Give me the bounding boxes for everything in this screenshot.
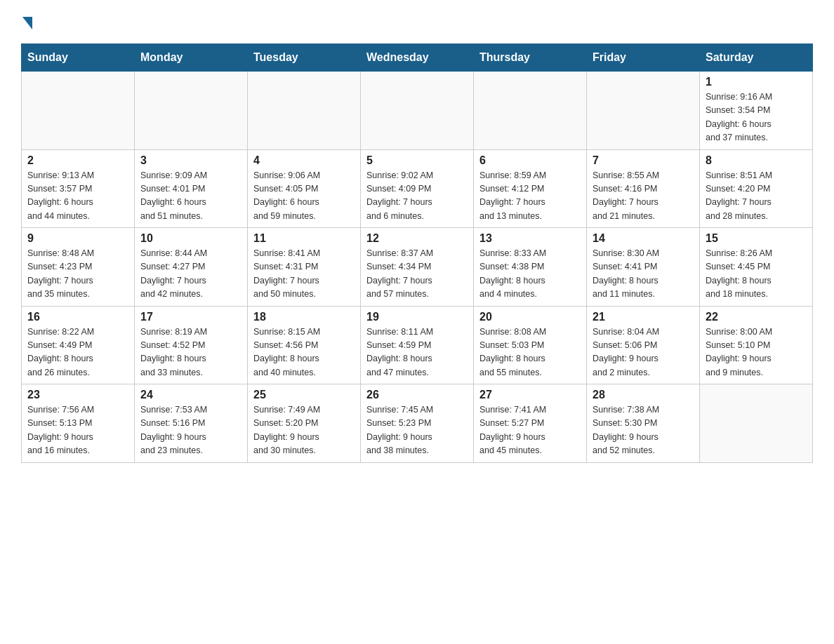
day-number: 22 bbox=[706, 311, 807, 323]
calendar-cell bbox=[248, 72, 361, 150]
weekday-header-wednesday: Wednesday bbox=[361, 44, 474, 72]
day-number: 11 bbox=[253, 232, 355, 245]
calendar-cell: 17Sunrise: 8:19 AM Sunset: 4:52 PM Dayli… bbox=[135, 306, 248, 384]
day-info: Sunrise: 8:51 AM Sunset: 4:20 PM Dayligh… bbox=[706, 169, 807, 224]
calendar-week-row: 1Sunrise: 9:16 AM Sunset: 3:54 PM Daylig… bbox=[22, 72, 813, 150]
calendar-cell: 2Sunrise: 9:13 AM Sunset: 3:57 PM Daylig… bbox=[22, 149, 135, 228]
weekday-header-friday: Friday bbox=[587, 44, 700, 72]
page-header bbox=[21, 14, 813, 29]
day-number: 28 bbox=[593, 389, 694, 401]
day-info: Sunrise: 7:53 AM Sunset: 5:16 PM Dayligh… bbox=[140, 403, 241, 458]
calendar-cell: 27Sunrise: 7:41 AM Sunset: 5:27 PM Dayli… bbox=[474, 384, 587, 463]
calendar-cell: 9Sunrise: 8:48 AM Sunset: 4:23 PM Daylig… bbox=[22, 228, 135, 307]
day-info: Sunrise: 9:16 AM Sunset: 3:54 PM Dayligh… bbox=[706, 90, 807, 145]
calendar-cell: 26Sunrise: 7:45 AM Sunset: 5:23 PM Dayli… bbox=[361, 384, 474, 463]
day-info: Sunrise: 8:37 AM Sunset: 4:34 PM Dayligh… bbox=[366, 247, 468, 302]
calendar-cell bbox=[700, 384, 813, 463]
day-info: Sunrise: 9:02 AM Sunset: 4:09 PM Dayligh… bbox=[366, 169, 468, 224]
calendar-cell bbox=[587, 72, 700, 150]
day-number: 1 bbox=[706, 76, 807, 88]
calendar-cell: 28Sunrise: 7:38 AM Sunset: 5:30 PM Dayli… bbox=[587, 384, 700, 463]
day-number: 26 bbox=[366, 389, 468, 401]
weekday-header-tuesday: Tuesday bbox=[248, 44, 361, 72]
calendar-cell: 7Sunrise: 8:55 AM Sunset: 4:16 PM Daylig… bbox=[587, 149, 700, 228]
day-info: Sunrise: 7:45 AM Sunset: 5:23 PM Dayligh… bbox=[366, 403, 468, 458]
weekday-header-row: SundayMondayTuesdayWednesdayThursdayFrid… bbox=[22, 44, 813, 72]
day-info: Sunrise: 8:00 AM Sunset: 5:10 PM Dayligh… bbox=[706, 326, 807, 380]
day-number: 17 bbox=[140, 311, 241, 323]
day-info: Sunrise: 8:30 AM Sunset: 4:41 PM Dayligh… bbox=[593, 247, 694, 302]
calendar-cell: 21Sunrise: 8:04 AM Sunset: 5:06 PM Dayli… bbox=[587, 306, 700, 384]
calendar-cell: 12Sunrise: 8:37 AM Sunset: 4:34 PM Dayli… bbox=[361, 228, 474, 307]
calendar-cell: 10Sunrise: 8:44 AM Sunset: 4:27 PM Dayli… bbox=[135, 228, 248, 307]
day-number: 4 bbox=[253, 154, 355, 167]
calendar-cell: 1Sunrise: 9:16 AM Sunset: 3:54 PM Daylig… bbox=[700, 72, 813, 150]
day-info: Sunrise: 8:15 AM Sunset: 4:56 PM Dayligh… bbox=[253, 326, 355, 380]
day-info: Sunrise: 7:49 AM Sunset: 5:20 PM Dayligh… bbox=[253, 403, 355, 458]
day-number: 20 bbox=[479, 311, 581, 323]
logo bbox=[21, 14, 32, 29]
day-info: Sunrise: 7:56 AM Sunset: 5:13 PM Dayligh… bbox=[27, 403, 128, 458]
calendar-cell: 5Sunrise: 9:02 AM Sunset: 4:09 PM Daylig… bbox=[361, 149, 474, 228]
day-info: Sunrise: 9:06 AM Sunset: 4:05 PM Dayligh… bbox=[253, 169, 355, 224]
day-number: 13 bbox=[479, 232, 581, 245]
day-info: Sunrise: 9:13 AM Sunset: 3:57 PM Dayligh… bbox=[27, 169, 128, 224]
day-info: Sunrise: 7:38 AM Sunset: 5:30 PM Dayligh… bbox=[593, 403, 694, 458]
day-number: 14 bbox=[593, 232, 694, 245]
calendar-cell: 6Sunrise: 8:59 AM Sunset: 4:12 PM Daylig… bbox=[474, 149, 587, 228]
day-number: 15 bbox=[706, 232, 807, 245]
day-number: 2 bbox=[27, 154, 128, 167]
calendar-week-row: 16Sunrise: 8:22 AM Sunset: 4:49 PM Dayli… bbox=[22, 306, 813, 384]
day-info: Sunrise: 8:22 AM Sunset: 4:49 PM Dayligh… bbox=[27, 326, 128, 380]
day-info: Sunrise: 8:04 AM Sunset: 5:06 PM Dayligh… bbox=[593, 326, 694, 380]
calendar-cell: 15Sunrise: 8:26 AM Sunset: 4:45 PM Dayli… bbox=[700, 228, 813, 307]
calendar-cell bbox=[135, 72, 248, 150]
calendar-cell: 3Sunrise: 9:09 AM Sunset: 4:01 PM Daylig… bbox=[135, 149, 248, 228]
day-number: 16 bbox=[27, 311, 128, 323]
calendar-cell: 11Sunrise: 8:41 AM Sunset: 4:31 PM Dayli… bbox=[248, 228, 361, 307]
logo-arrow-icon bbox=[22, 17, 32, 29]
day-info: Sunrise: 8:11 AM Sunset: 4:59 PM Dayligh… bbox=[366, 326, 468, 380]
calendar-cell: 22Sunrise: 8:00 AM Sunset: 5:10 PM Dayli… bbox=[700, 306, 813, 384]
day-number: 24 bbox=[140, 389, 241, 401]
weekday-header-saturday: Saturday bbox=[700, 44, 813, 72]
day-number: 6 bbox=[479, 154, 581, 167]
calendar-week-row: 9Sunrise: 8:48 AM Sunset: 4:23 PM Daylig… bbox=[22, 228, 813, 307]
day-info: Sunrise: 8:19 AM Sunset: 4:52 PM Dayligh… bbox=[140, 326, 241, 380]
calendar-table: SundayMondayTuesdayWednesdayThursdayFrid… bbox=[21, 43, 813, 463]
weekday-header-thursday: Thursday bbox=[474, 44, 587, 72]
day-info: Sunrise: 8:55 AM Sunset: 4:16 PM Dayligh… bbox=[593, 169, 694, 224]
calendar-cell: 8Sunrise: 8:51 AM Sunset: 4:20 PM Daylig… bbox=[700, 149, 813, 228]
day-info: Sunrise: 8:44 AM Sunset: 4:27 PM Dayligh… bbox=[140, 247, 241, 302]
day-number: 27 bbox=[479, 389, 581, 401]
day-number: 23 bbox=[27, 389, 128, 401]
calendar-cell: 23Sunrise: 7:56 AM Sunset: 5:13 PM Dayli… bbox=[22, 384, 135, 463]
day-info: Sunrise: 8:33 AM Sunset: 4:38 PM Dayligh… bbox=[479, 247, 581, 302]
calendar-cell: 14Sunrise: 8:30 AM Sunset: 4:41 PM Dayli… bbox=[587, 228, 700, 307]
day-number: 25 bbox=[253, 389, 355, 401]
day-info: Sunrise: 8:41 AM Sunset: 4:31 PM Dayligh… bbox=[253, 247, 355, 302]
calendar-cell bbox=[474, 72, 587, 150]
calendar-cell: 20Sunrise: 8:08 AM Sunset: 5:03 PM Dayli… bbox=[474, 306, 587, 384]
day-number: 9 bbox=[27, 232, 128, 245]
day-info: Sunrise: 8:08 AM Sunset: 5:03 PM Dayligh… bbox=[479, 326, 581, 380]
calendar-cell: 24Sunrise: 7:53 AM Sunset: 5:16 PM Dayli… bbox=[135, 384, 248, 463]
calendar-cell: 18Sunrise: 8:15 AM Sunset: 4:56 PM Dayli… bbox=[248, 306, 361, 384]
day-number: 3 bbox=[140, 154, 241, 167]
day-number: 5 bbox=[366, 154, 468, 167]
day-number: 8 bbox=[706, 154, 807, 167]
calendar-cell: 19Sunrise: 8:11 AM Sunset: 4:59 PM Dayli… bbox=[361, 306, 474, 384]
day-info: Sunrise: 8:59 AM Sunset: 4:12 PM Dayligh… bbox=[479, 169, 581, 224]
day-number: 12 bbox=[366, 232, 468, 245]
day-info: Sunrise: 8:48 AM Sunset: 4:23 PM Dayligh… bbox=[27, 247, 128, 302]
day-number: 10 bbox=[140, 232, 241, 245]
calendar-cell: 13Sunrise: 8:33 AM Sunset: 4:38 PM Dayli… bbox=[474, 228, 587, 307]
calendar-cell: 16Sunrise: 8:22 AM Sunset: 4:49 PM Dayli… bbox=[22, 306, 135, 384]
weekday-header-monday: Monday bbox=[135, 44, 248, 72]
calendar-cell bbox=[361, 72, 474, 150]
calendar-week-row: 2Sunrise: 9:13 AM Sunset: 3:57 PM Daylig… bbox=[22, 149, 813, 228]
calendar-cell: 25Sunrise: 7:49 AM Sunset: 5:20 PM Dayli… bbox=[248, 384, 361, 463]
day-number: 21 bbox=[593, 311, 694, 323]
day-info: Sunrise: 8:26 AM Sunset: 4:45 PM Dayligh… bbox=[706, 247, 807, 302]
day-info: Sunrise: 7:41 AM Sunset: 5:27 PM Dayligh… bbox=[479, 403, 581, 458]
